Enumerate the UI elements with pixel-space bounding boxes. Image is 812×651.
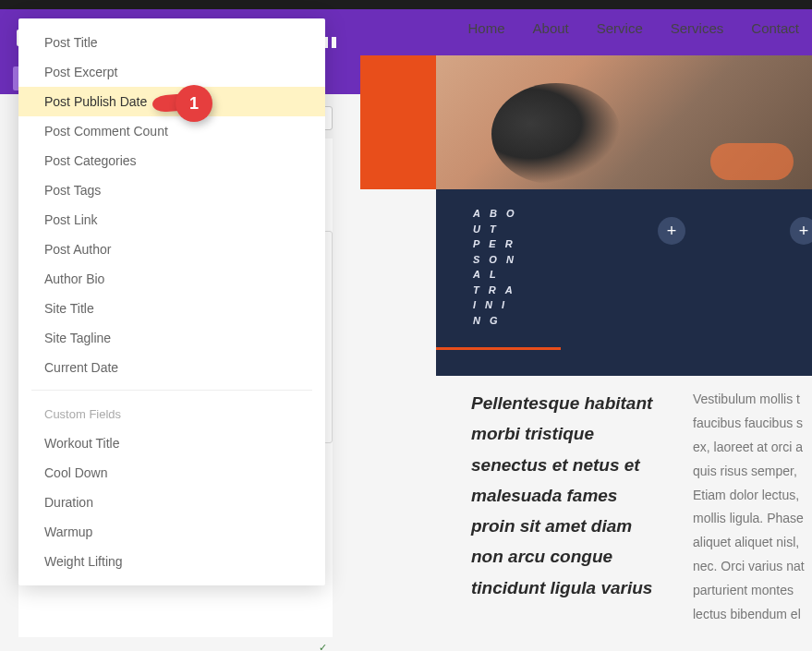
dropdown-item-post-excerpt[interactable]: Post Excerpt xyxy=(18,57,325,87)
dropdown-item-weight-lifting[interactable]: Weight Lifting xyxy=(18,547,325,576)
dropdown-item-post-tags[interactable]: Post Tags xyxy=(18,175,325,205)
accent-underline xyxy=(436,347,561,350)
nav-about[interactable]: About xyxy=(533,20,569,36)
dropdown-item-cool-down[interactable]: Cool Down xyxy=(18,458,325,488)
dropdown-item-post-link[interactable]: Post Link xyxy=(18,205,325,235)
check-icon: ✓ xyxy=(319,642,327,651)
dropdown-item-post-comment-count[interactable]: Post Comment Count xyxy=(18,116,325,146)
dropdown-item-post-author[interactable]: Post Author xyxy=(18,235,325,264)
callout-step-1: 1 xyxy=(176,85,212,122)
hero-image xyxy=(436,55,812,189)
dropdown-item-post-categories[interactable]: Post Categories xyxy=(18,146,325,175)
section-vertical-label: ABOUT PERSONAL TRAINING xyxy=(473,206,528,328)
nav-service[interactable]: Service xyxy=(597,20,643,36)
add-module-button[interactable]: + xyxy=(790,217,812,245)
dropdown-item-workout-title[interactable]: Workout Title xyxy=(18,428,325,458)
about-section: ABOUT PERSONAL TRAINING + + xyxy=(436,189,812,376)
dropdown-item-site-title[interactable]: Site Title xyxy=(18,294,325,323)
dropdown-item-warmup[interactable]: Warmup xyxy=(18,517,325,547)
hero-accent-block xyxy=(360,55,436,189)
intro-text: Pellentesque habitant morbi tristique se… xyxy=(471,388,665,627)
dropdown-item-author-bio[interactable]: Author Bio xyxy=(18,264,325,294)
layout-icon[interactable] xyxy=(323,37,336,48)
site-nav: Home About Service Services Contact xyxy=(468,20,812,36)
dropdown-item-duration[interactable]: Duration xyxy=(18,488,325,517)
dropdown-item-site-tagline[interactable]: Site Tagline xyxy=(18,323,325,353)
nav-home[interactable]: Home xyxy=(468,20,505,36)
dropdown-item-post-title[interactable]: Post Title xyxy=(18,28,325,57)
body-text: Vestibulum mollis t faucibus faucibus s … xyxy=(693,388,812,627)
dropdown-section-header: Custom Fields xyxy=(18,398,325,428)
nav-contact[interactable]: Contact xyxy=(751,20,799,36)
nav-services[interactable]: Services xyxy=(671,20,724,36)
dropdown-divider xyxy=(31,390,312,391)
content-columns: Pellentesque habitant morbi tristique se… xyxy=(436,388,812,627)
add-module-button[interactable]: + xyxy=(658,217,685,245)
admin-bar xyxy=(0,0,812,9)
dropdown-item-current-date[interactable]: Current Date xyxy=(18,353,325,382)
